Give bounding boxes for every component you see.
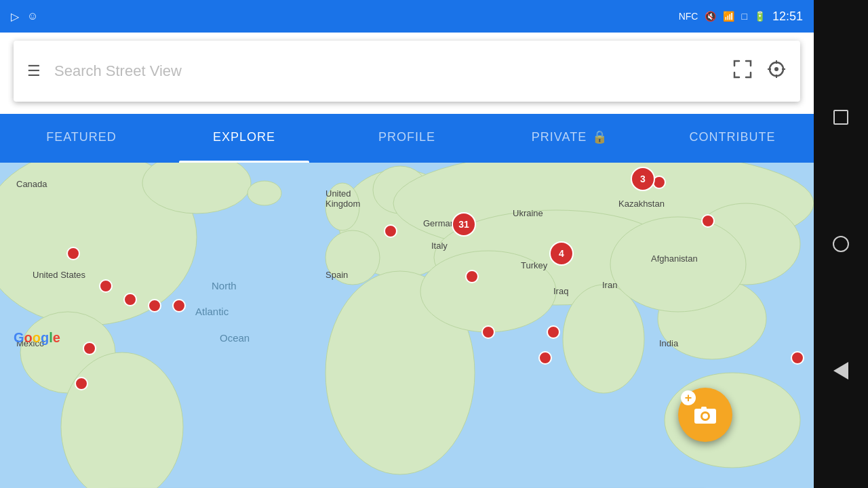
map-pin-5[interactable] <box>172 299 186 312</box>
recents-icon <box>833 110 848 125</box>
svg-point-15 <box>326 230 380 285</box>
map-pin-4[interactable] <box>148 299 161 312</box>
map-pin-7[interactable] <box>75 377 88 390</box>
plus-icon: + <box>681 390 696 405</box>
map-pin-2[interactable] <box>99 279 113 293</box>
map-cluster-germany[interactable]: 31 <box>452 212 476 237</box>
back-icon <box>833 362 848 380</box>
svg-point-19 <box>420 251 556 332</box>
svg-point-20 <box>563 285 644 393</box>
map-area[interactable]: Canada UnitedKingdom Germany Ukraine Kaz… <box>0 163 814 488</box>
wifi-icon: 📶 <box>723 11 734 22</box>
status-bar-right: NFC 🔇 📶 □ 🔋 12:51 <box>679 9 803 24</box>
map-cluster-turkey[interactable]: 4 <box>549 241 574 266</box>
sim-icon: □ <box>741 11 747 22</box>
android-nav-bar <box>814 0 868 488</box>
google-logo: Google <box>14 330 60 346</box>
map-pin-6[interactable] <box>83 342 96 355</box>
tab-featured[interactable]: FEATURED <box>0 114 163 163</box>
search-actions <box>732 59 787 84</box>
nfc-icon: NFC <box>679 11 698 22</box>
map-pin-14[interactable] <box>701 214 715 228</box>
svg-rect-36 <box>701 407 707 410</box>
status-bar-left: ▷ ☺ <box>11 10 38 23</box>
search-bar: ☰ Search Street View <box>14 41 800 102</box>
mute-icon: 🔇 <box>705 11 716 22</box>
tab-private[interactable]: PRIVATE 🔒 <box>488 114 651 163</box>
battery-icon: 🔋 <box>754 11 766 22</box>
app-icon-1: ▷ <box>11 10 19 23</box>
nav-home-button[interactable] <box>826 229 856 259</box>
svg-point-35 <box>703 413 708 419</box>
hamburger-icon[interactable]: ☰ <box>27 62 41 80</box>
tab-profile[interactable]: PROFILE <box>326 114 488 163</box>
nav-recents-button[interactable] <box>826 102 856 132</box>
map-pin-9[interactable] <box>465 270 479 283</box>
lock-icon: 🔒 <box>592 129 608 144</box>
map-pin-1[interactable] <box>66 247 80 260</box>
camera-icon <box>693 403 717 427</box>
fullscreen-icon[interactable] <box>732 59 753 84</box>
tab-contribute[interactable]: CONTRIBUTE <box>651 114 814 163</box>
status-bar: ▷ ☺ NFC 🔇 📶 □ 🔋 12:51 <box>0 0 814 33</box>
fab-camera-button[interactable]: + <box>678 388 732 442</box>
svg-point-10 <box>248 181 281 205</box>
private-label: PRIVATE <box>532 130 587 144</box>
app-icon-2: ☺ <box>27 10 38 22</box>
map-cluster-russia[interactable]: 3 <box>631 167 655 191</box>
home-icon <box>833 236 849 252</box>
tab-explore[interactable]: EXPLORE <box>163 114 326 163</box>
map-pin-3[interactable] <box>123 293 137 306</box>
location-icon[interactable] <box>766 59 787 84</box>
map-pin-12[interactable] <box>538 351 552 365</box>
map-pin-8[interactable] <box>384 224 397 238</box>
search-input[interactable]: Search Street View <box>54 62 719 80</box>
map-background: Canada UnitedKingdom Germany Ukraine Kaz… <box>0 163 814 488</box>
map-pin-11[interactable] <box>547 325 560 339</box>
svg-point-23 <box>610 217 746 312</box>
nav-back-button[interactable] <box>826 356 856 386</box>
map-pin-15[interactable] <box>791 351 804 365</box>
map-pin-10[interactable] <box>481 325 495 339</box>
app-container: ▷ ☺ NFC 🔇 📶 □ 🔋 12:51 ☰ Search Street Vi… <box>0 0 814 488</box>
svg-point-14 <box>326 183 359 230</box>
clock: 12:51 <box>772 9 803 24</box>
tab-bar: FEATURED EXPLORE PROFILE PRIVATE 🔒 CONTR… <box>0 114 814 163</box>
svg-point-1 <box>774 67 778 71</box>
